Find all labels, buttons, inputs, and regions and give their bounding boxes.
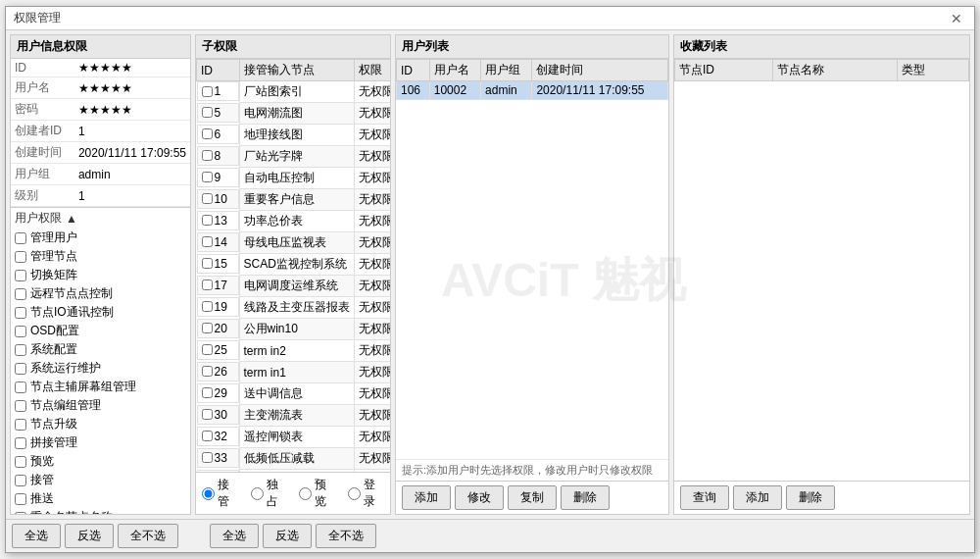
sub-id-cell: 25 bbox=[197, 340, 239, 360]
field-value: 2020/11/11 17:09:55 bbox=[74, 142, 190, 164]
permission-item: 重命名节点名称 bbox=[11, 508, 190, 514]
sub-perm-cell: 无权限 bbox=[354, 297, 390, 319]
sub-row-checkbox[interactable] bbox=[202, 452, 213, 463]
sub-name-cell: 低频低压减载 bbox=[239, 448, 354, 470]
sub-perm-cell: 无权限 bbox=[354, 81, 390, 103]
sub-name-cell: 地理接线图 bbox=[239, 125, 354, 146]
sub-row-checkbox[interactable] bbox=[202, 323, 213, 333]
close-button[interactable]: ✕ bbox=[947, 11, 966, 26]
sub-row-checkbox[interactable] bbox=[202, 128, 213, 139]
permission-item: 节点升级 bbox=[11, 415, 190, 433]
sub-row-checkbox[interactable] bbox=[202, 258, 213, 269]
sub-id-cell: 14 bbox=[197, 232, 239, 252]
sub-permissions-scroll[interactable]: ID接管输入节点权限 1 厂站图索引 无权限 5 电网潮流图 无权限 6 地理接… bbox=[196, 59, 390, 472]
sub-row-checkbox[interactable] bbox=[202, 409, 213, 420]
collect-添加-button[interactable]: 添加 bbox=[733, 485, 782, 510]
sub-table-row: 9 自动电压控制 无权限 bbox=[197, 168, 391, 189]
permission-checkbox[interactable] bbox=[15, 344, 26, 356]
permission-checkbox[interactable] bbox=[15, 381, 26, 393]
sub-row-checkbox[interactable] bbox=[202, 86, 213, 97]
permission-item: 推送 bbox=[11, 489, 190, 508]
sub-table-row: 20 公用win10 无权限 bbox=[197, 319, 391, 340]
permission-checkbox[interactable] bbox=[15, 232, 26, 244]
permission-checkbox[interactable] bbox=[15, 326, 26, 337]
radio-预览[interactable] bbox=[299, 487, 312, 500]
mid-全不选-button[interactable]: 全不选 bbox=[316, 524, 376, 548]
radio-独占[interactable] bbox=[251, 487, 264, 500]
sub-name-cell: 送中调信息 bbox=[239, 383, 354, 405]
permission-checkbox[interactable] bbox=[15, 400, 26, 412]
permission-label: 接管 bbox=[30, 472, 54, 488]
expand-icon: ▲ bbox=[66, 212, 77, 226]
permission-label: 系统配置 bbox=[30, 341, 77, 358]
permission-checkbox[interactable] bbox=[15, 363, 26, 375]
permission-label: 节点主辅屏幕组管理 bbox=[30, 379, 136, 395]
sub-row-checkbox[interactable] bbox=[202, 431, 213, 441]
collect-col-header: 节点ID bbox=[675, 60, 773, 81]
radio-option-接管[interactable]: 接管 bbox=[202, 477, 239, 510]
left-全不选-button[interactable]: 全不选 bbox=[118, 524, 178, 548]
permission-checkbox[interactable] bbox=[15, 512, 26, 515]
radio-option-独占[interactable]: 独占 bbox=[251, 477, 288, 510]
permission-item: 管理用户 bbox=[11, 229, 190, 247]
sub-perm-cell: 无权限 bbox=[354, 427, 390, 448]
sub-name-cell: 电网潮流图 bbox=[239, 103, 354, 125]
mid-全选-button[interactable]: 全选 bbox=[210, 524, 259, 548]
sub-row-checkbox[interactable] bbox=[202, 366, 213, 377]
sub-perm-cell: 无权限 bbox=[354, 211, 390, 232]
permission-checkbox[interactable] bbox=[15, 493, 26, 505]
user-col-header: 用户组 bbox=[481, 60, 532, 81]
radio-接管[interactable] bbox=[202, 487, 215, 500]
sub-row-checkbox[interactable] bbox=[202, 387, 213, 398]
radio-option-预览[interactable]: 预览 bbox=[299, 477, 336, 510]
mid-反选-button[interactable]: 反选 bbox=[263, 524, 312, 548]
radio-option-登录[interactable]: 登录 bbox=[348, 477, 385, 510]
collect-scroll[interactable]: 节点ID节点名称类型 bbox=[674, 59, 969, 481]
permission-checkbox[interactable] bbox=[15, 251, 26, 263]
sub-table-row: 30 主变潮流表 无权限 bbox=[197, 405, 391, 427]
sub-id-cell: 33 bbox=[197, 448, 239, 468]
permissions-scroll[interactable]: 管理用户管理节点切换矩阵远程节点点控制节点IO通讯控制OSD配置系统配置系统运行… bbox=[11, 229, 190, 514]
permission-item: 接管 bbox=[11, 471, 190, 489]
user-group: admin bbox=[481, 81, 532, 100]
sub-table-row: 5 电网潮流图 无权限 bbox=[197, 103, 391, 125]
user-username: 10002 bbox=[429, 81, 480, 100]
permission-checkbox[interactable] bbox=[15, 475, 26, 486]
collect-col-header: 类型 bbox=[897, 60, 968, 81]
permission-checkbox[interactable] bbox=[15, 437, 26, 449]
user-删除-button[interactable]: 删除 bbox=[561, 485, 610, 510]
sub-name-cell: 厂站光字牌 bbox=[239, 146, 354, 168]
user-添加-button[interactable]: 添加 bbox=[402, 485, 451, 510]
permission-checkbox[interactable] bbox=[15, 456, 26, 468]
permission-checkbox[interactable] bbox=[15, 419, 26, 431]
left-全选-button[interactable]: 全选 bbox=[12, 524, 61, 548]
user-list-scroll[interactable]: ID用户名用户组创建时间 106 10002 admin 2020/11/11 … bbox=[396, 59, 668, 459]
sub-id-cell: 8 bbox=[197, 146, 239, 166]
left-反选-button[interactable]: 反选 bbox=[65, 524, 114, 548]
permission-item: 系统运行维护 bbox=[11, 359, 190, 378]
sub-row-checkbox[interactable] bbox=[202, 280, 213, 290]
sub-row-checkbox[interactable] bbox=[202, 344, 213, 355]
sub-row-checkbox[interactable] bbox=[202, 301, 213, 312]
permission-checkbox[interactable] bbox=[15, 288, 26, 300]
sub-row-checkbox[interactable] bbox=[202, 193, 213, 204]
user-修改-button[interactable]: 修改 bbox=[455, 485, 504, 510]
user-复制-button[interactable]: 复制 bbox=[508, 485, 557, 510]
user-hint: 提示:添加用户时先选择权限，修改用户时只修改权限 bbox=[396, 459, 668, 481]
permission-checkbox[interactable] bbox=[15, 270, 26, 281]
sub-row-checkbox[interactable] bbox=[202, 236, 213, 247]
collect-删除-button[interactable]: 删除 bbox=[786, 485, 835, 510]
permission-label: 远程节点点控制 bbox=[30, 285, 113, 302]
sub-row-checkbox[interactable] bbox=[202, 172, 213, 182]
field-label: 密码 bbox=[11, 99, 74, 121]
permission-checkbox[interactable] bbox=[15, 307, 26, 319]
user-col-header: ID bbox=[397, 60, 430, 81]
sub-row-checkbox[interactable] bbox=[202, 215, 213, 226]
sub-row-checkbox[interactable] bbox=[202, 107, 213, 118]
sub-perm-cell: 无权限 bbox=[354, 103, 390, 125]
user-permissions-label: 用户权限 bbox=[15, 210, 62, 227]
user-table-row[interactable]: 106 10002 admin 2020/11/11 17:09:55 bbox=[397, 81, 668, 100]
sub-row-checkbox[interactable] bbox=[202, 150, 213, 161]
radio-登录[interactable] bbox=[348, 487, 361, 500]
collect-查询-button[interactable]: 查询 bbox=[680, 485, 729, 510]
